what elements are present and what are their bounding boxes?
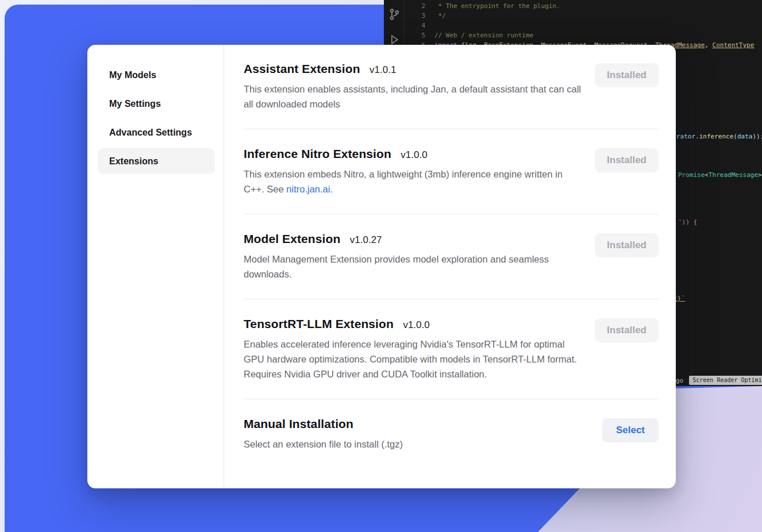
- installed-button[interactable]: Installed: [595, 318, 659, 342]
- code-line: 2 * The entrypoint for the plugin.: [405, 1, 762, 11]
- code-line: 3 */: [405, 11, 762, 21]
- sidebar-item-extensions[interactable]: Extensions: [98, 148, 215, 174]
- status-text: go: [676, 376, 683, 385]
- sidebar-item-my-models[interactable]: My Models: [98, 62, 215, 88]
- run-debug-icon[interactable]: [388, 33, 401, 46]
- manual-installation-description: Select an extension file to install (.tg…: [244, 437, 584, 452]
- code-fragment: Promise<ThreadMessage>: [678, 170, 762, 180]
- code-fragment: ')) {: [678, 217, 697, 227]
- extension-row-tensortrt-llm: TensortRT-LLM Extension v1.0.0 Enables a…: [244, 299, 659, 399]
- extension-title: Inference Nitro Extension: [244, 147, 391, 160]
- extension-description: Enables accelerated inference leveraging…: [244, 337, 584, 381]
- sidebar-item-advanced-settings[interactable]: Advanced Settings: [98, 119, 215, 145]
- installed-button[interactable]: Installed: [595, 233, 659, 257]
- code-line: 5 // Web / extension runtime: [405, 30, 762, 40]
- extension-row-assistant: Assistant Extension v1.0.1 This extensio…: [244, 62, 659, 129]
- extension-row-model: Model Extension v1.0.27 Model Management…: [244, 214, 659, 299]
- line-number: 4: [405, 21, 425, 30]
- settings-modal: My Models My Settings Advanced Settings …: [87, 45, 676, 488]
- line-number: 2: [405, 1, 425, 11]
- desktop: 2 * The entrypoint for the plugin. 3 */ …: [0, 0, 762, 532]
- line-number: 5: [405, 30, 425, 40]
- code-fragment: rator.inference(data));: [676, 132, 762, 141]
- extension-version: v1.0.27: [350, 234, 382, 245]
- sidebar-item-my-settings[interactable]: My Settings: [98, 91, 215, 117]
- extension-title: Assistant Extension: [244, 62, 360, 75]
- extension-description: Model Management Extension provides mode…: [244, 252, 584, 282]
- extension-title: Model Extension: [244, 232, 340, 245]
- extension-description: This extension enables assistants, inclu…: [244, 82, 584, 111]
- manual-installation-title: Manual Installation: [244, 417, 353, 430]
- extension-row-inference-nitro: Inference Nitro Extension v1.0.0 This ex…: [244, 129, 659, 214]
- editor-code-area: 2 * The entrypoint for the plugin. 3 */ …: [405, 1, 762, 50]
- code-line: 4: [405, 21, 762, 30]
- screen-reader-status-badge[interactable]: Screen Reader Optimize: [689, 376, 762, 385]
- settings-sidebar: My Models My Settings Advanced Settings …: [87, 45, 224, 488]
- extension-title: TensortRT-LLM Extension: [244, 317, 394, 330]
- source-control-icon[interactable]: [388, 8, 401, 21]
- extension-version: v1.0.0: [401, 149, 427, 160]
- extensions-panel: Assistant Extension v1.0.1 This extensio…: [224, 45, 676, 488]
- extension-version: v1.0.0: [403, 319, 429, 330]
- extension-version: v1.0.1: [370, 64, 396, 75]
- manual-installation-row: Manual Installation Select an extension …: [244, 399, 659, 469]
- extension-description: This extension embeds Nitro, a lightweig…: [244, 167, 584, 196]
- nitro-jan-ai-link[interactable]: nitro.jan.ai.: [286, 184, 333, 194]
- select-file-button[interactable]: Select: [602, 418, 659, 442]
- line-number: 3: [405, 11, 425, 21]
- installed-button[interactable]: Installed: [595, 63, 659, 87]
- installed-button[interactable]: Installed: [595, 148, 659, 172]
